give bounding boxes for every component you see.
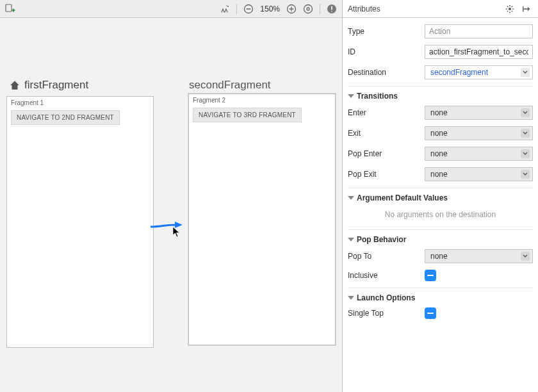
enter-label: Enter: [348, 108, 425, 117]
enter-dropdown[interactable]: none: [425, 106, 533, 120]
chevron-down-icon: [521, 252, 530, 261]
exit-dropdown[interactable]: none: [425, 126, 533, 140]
nav-editor-canvas[interactable]: 150% firstFragment s: [0, 0, 343, 392]
id-label: ID: [348, 47, 425, 56]
pop-exit-value: none: [430, 170, 448, 179]
destination-label: Destination: [348, 68, 425, 77]
triangle-down-icon: [348, 94, 354, 98]
cursor-icon: [172, 226, 181, 238]
pop-enter-label: Pop Enter: [348, 149, 425, 158]
action-arrow[interactable]: [151, 220, 189, 233]
singletop-label: Single Top: [348, 309, 425, 318]
singletop-checkbox[interactable]: [425, 307, 436, 319]
argdef-head-text: Argument Default Values: [357, 193, 448, 202]
popto-dropdown[interactable]: none: [425, 249, 533, 263]
svg-rect-9: [331, 11, 332, 12]
settings-icon[interactable]: [503, 3, 516, 15]
id-field[interactable]: [425, 45, 533, 59]
pop-exit-dropdown[interactable]: none: [425, 167, 533, 181]
auto-arrange-button[interactable]: [218, 3, 231, 15]
pop-enter-value: none: [430, 149, 448, 158]
launch-head-text: Launch Options: [357, 293, 415, 302]
attributes-title: Attributes: [348, 4, 380, 13]
chevron-down-icon: [521, 108, 530, 117]
no-arguments-text: No arguments on the destination: [348, 208, 533, 223]
chevron-down-icon: [521, 68, 530, 77]
launch-section[interactable]: Launch Options: [348, 293, 533, 302]
zoom-fit-button[interactable]: [302, 3, 314, 15]
exit-label: Exit: [348, 129, 425, 138]
navigate-button-first[interactable]: NAVIGATE TO 2ND FRAGMENT: [11, 110, 120, 125]
enter-value: none: [430, 108, 448, 117]
argdef-section[interactable]: Argument Default Values: [348, 193, 533, 202]
zoom-out-button[interactable]: [242, 3, 255, 15]
popbeh-section[interactable]: Pop Behavior: [348, 235, 533, 244]
transitions-section[interactable]: Transitions: [348, 92, 533, 101]
fragment-title-second: secondFragment: [189, 79, 271, 92]
fragment-inner-label: Fragment 1: [7, 97, 153, 110]
svg-point-2: [227, 5, 227, 6]
pop-enter-dropdown[interactable]: none: [425, 147, 533, 161]
fragment-node-second[interactable]: Fragment 2 NAVIGATE TO 3RD FRAGMENT: [188, 94, 336, 345]
inclusive-label: Inclusive: [348, 271, 425, 280]
chevron-down-icon: [521, 149, 530, 158]
triangle-down-icon: [348, 196, 354, 200]
pop-exit-label: Pop Exit: [348, 170, 425, 179]
fragment-inner-label: Fragment 2: [189, 94, 335, 108]
type-label: Type: [348, 27, 425, 36]
svg-point-10: [509, 7, 511, 10]
attributes-header: Attributes: [343, 0, 538, 18]
navigate-button-second[interactable]: NAVIGATE TO 3RD FRAGMENT: [193, 108, 302, 122]
svg-rect-8: [331, 6, 332, 10]
triangle-down-icon: [348, 238, 354, 241]
svg-point-1: [227, 6, 229, 7]
popto-label: Pop To: [348, 252, 425, 261]
svg-point-5: [304, 4, 313, 13]
second-fragment-title-text: secondFragment: [189, 79, 271, 92]
chevron-down-icon: [521, 170, 530, 179]
svg-rect-0: [6, 4, 12, 12]
canvas-toolbar: 150%: [0, 0, 342, 18]
add-destination-button[interactable]: [4, 3, 17, 15]
first-fragment-title-text: firstFragment: [24, 79, 88, 92]
minimize-panel-button[interactable]: [520, 3, 533, 15]
zoom-level-text: 150%: [259, 4, 281, 13]
chevron-down-icon: [521, 129, 530, 138]
popto-value: none: [430, 252, 448, 261]
type-field: [425, 24, 533, 38]
triangle-down-icon: [348, 296, 354, 300]
fragment-title-first: firstFragment: [9, 79, 88, 92]
destination-dropdown[interactable]: secondFragment: [425, 65, 533, 79]
exit-value: none: [430, 129, 448, 138]
destination-value: secondFragment: [430, 68, 488, 77]
fragment-node-first[interactable]: Fragment 1 NAVIGATE TO 2ND FRAGMENT: [6, 96, 154, 348]
zoom-in-button[interactable]: [285, 3, 298, 15]
home-icon: [9, 79, 20, 91]
design-surface[interactable]: firstFragment secondFragment Fragment 1 …: [0, 18, 342, 392]
attributes-panel: Attributes Type ID Destination: [343, 0, 538, 392]
popbeh-head-text: Pop Behavior: [357, 235, 406, 244]
transitions-head-text: Transitions: [357, 92, 398, 101]
inclusive-checkbox[interactable]: [425, 270, 436, 281]
errors-button[interactable]: [325, 3, 338, 15]
svg-point-6: [307, 8, 309, 10]
